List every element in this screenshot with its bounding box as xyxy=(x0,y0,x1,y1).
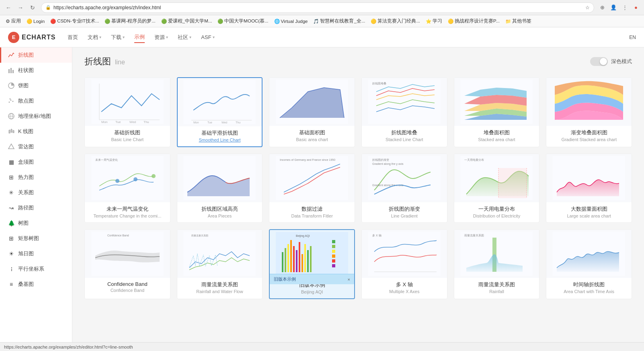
chart-card-smooth-line[interactable]: Mon Tue Wed Thu 基础平滑折线图 Smoothed Line Ch… xyxy=(177,77,263,147)
dark-mode-switch[interactable] xyxy=(590,57,608,66)
bookmark-vj[interactable]: 🌐 Virtual Judge xyxy=(272,17,310,25)
nav-docs[interactable]: 文档 ▾ xyxy=(88,32,101,43)
chart-cn-rainfall-flow: 雨量流量关系图 xyxy=(181,281,258,288)
nav-download[interactable]: 下载 ▾ xyxy=(111,32,125,43)
sidebar-item-boxplot[interactable]: ▦ 盒须图 xyxy=(0,154,72,170)
bookmark-algo[interactable]: 🟡 算法竞赛入门经典... xyxy=(368,17,422,25)
chart-card-gradient-area[interactable]: 渐变堆叠面积图 Gradient Stacked area chart xyxy=(546,77,632,147)
sidebar-item-geo[interactable]: 地理坐标/地图 xyxy=(0,109,72,124)
star-icon[interactable]: ☆ xyxy=(585,5,590,10)
chart-card-rainfall-flow[interactable]: 雨量流量关系图 雨量流量关系图 Rainfall and Water Flow xyxy=(177,229,263,299)
dark-mode-label: 深色模式 xyxy=(611,58,632,65)
bookmark-apps[interactable]: ⚙ 应用 xyxy=(3,17,23,25)
popup-close-btn[interactable]: × xyxy=(348,277,350,282)
chart-card-electricity[interactable]: 一天用电量分布 xyxy=(454,154,540,223)
chart-grid-row1: Mon Tue Wed Thu 基础折线图 Basic Line Chart xyxy=(84,77,632,147)
extensions-button[interactable]: ⊕ xyxy=(597,3,607,12)
svg-rect-73 xyxy=(332,255,335,258)
svg-rect-25 xyxy=(183,80,256,124)
svg-text:Thu: Thu xyxy=(236,121,240,124)
close-tab-button[interactable]: ● xyxy=(631,3,641,12)
chart-card-area-pieces[interactable]: 折线图区域高亮 Area Pieces xyxy=(177,154,263,223)
sidebar-item-pie[interactable]: 饼图 xyxy=(0,78,72,93)
nav-buttons[interactable]: ← → ↻ xyxy=(3,2,38,13)
profile-button[interactable]: 👤 xyxy=(609,3,618,12)
chart-cn-line-gradient: 折线图的渐变 xyxy=(366,205,443,213)
bookmark-mooc2[interactable]: 🟢 中国大学MOOC(慕... xyxy=(215,17,271,25)
chart-en-gradient-area: Gradient Stacked area chart xyxy=(550,137,628,142)
sidebar-item-kline[interactable]: K 线图 xyxy=(0,124,72,139)
bookmark-mooc1[interactable]: 🟢 慕课网-程序员的梦... xyxy=(102,17,158,25)
bookmark-mooc1-label: 慕课网-程序员的梦... xyxy=(111,18,155,24)
chart-card-multi-x[interactable]: 多 X 轴 多 X 轴 Multiple X Axes xyxy=(361,229,447,299)
lang-toggle[interactable]: EN xyxy=(629,35,636,40)
scatter-icon xyxy=(8,97,15,105)
chart-card-confidence[interactable]: Confidence Band Confidence Band Confiden… xyxy=(84,229,170,299)
chart-card-rainfall2[interactable]: 雨量流量关系图 雨量流量关系图 xyxy=(454,229,540,299)
sidebar-item-sankey[interactable]: ≡ 桑基图 xyxy=(0,277,72,292)
bookmark-csdn[interactable]: 🔴 CSDN-专业IT技术... xyxy=(48,17,101,25)
sidebar-item-treemap[interactable]: ⊞ 矩形树图 xyxy=(0,231,72,246)
chart-card-area[interactable]: 基础面积图 Basic area chart xyxy=(269,77,355,147)
browser-actions[interactable]: ⊕ 👤 ⋮ ● xyxy=(597,3,641,12)
chart-card-beijing-aqi[interactable]: Beijing AQI xyxy=(269,229,355,299)
bookmark-study[interactable]: ⭐ 学习 xyxy=(423,17,445,25)
zhihushu-icon: 🎵 xyxy=(313,18,319,24)
nav-resources[interactable]: 资源 ▾ xyxy=(154,32,168,43)
chart-card-line-gradient[interactable]: 折线图的渐变 Gradient along the y axis Gradien… xyxy=(361,154,447,223)
svg-rect-65 xyxy=(299,242,300,272)
chart-card-time-axis[interactable]: 时间轴折线图 Area Chart with Time Axis xyxy=(546,229,632,299)
sidebar-item-sunburst[interactable]: ☀ 旭日图 xyxy=(0,246,72,261)
algo-icon: 🟡 xyxy=(371,18,376,24)
old-version-popup[interactable]: 旧版本示例 × xyxy=(270,274,354,284)
bookmark-aikecheng[interactable]: 🟢 爱课程_中国大学M... xyxy=(159,17,215,25)
sidebar-item-lines[interactable]: ↝ 路径图 xyxy=(0,200,72,216)
svg-point-39 xyxy=(152,174,156,178)
chart-card-data-filter[interactable]: Incomes of Germany and France since 1950… xyxy=(269,154,355,223)
nav-resources-arrow: ▾ xyxy=(166,35,168,39)
dark-mode-toggle[interactable]: 深色模式 xyxy=(590,57,632,66)
chart-en-smooth-line: Smoothed Line Chart xyxy=(182,138,258,142)
logo-area[interactable]: E ECHARTS xyxy=(8,32,55,43)
toggle-knob xyxy=(600,58,607,65)
address-bar[interactable]: 🔒 https://echarts.apache.org/examples/zh… xyxy=(41,2,594,13)
sidebar-parallel-label: 平行坐标系 xyxy=(18,265,44,273)
back-button[interactable]: ← xyxy=(3,2,14,13)
chart-card-stacked-line[interactable]: 折线图堆叠 折线图堆叠 Stacked Line Chart xyxy=(361,77,447,147)
bookmark-challenge[interactable]: 🟡 挑战程序设计竞赛P... xyxy=(445,17,502,25)
bookmark-login[interactable]: 🟡 Login xyxy=(24,17,47,25)
refresh-button[interactable]: ↻ xyxy=(27,2,38,13)
sidebar-item-radar[interactable]: 雷达图 xyxy=(0,139,72,154)
forward-button[interactable]: → xyxy=(15,2,26,13)
svg-rect-0 xyxy=(8,69,10,73)
sidebar-item-line[interactable]: 折线图 xyxy=(0,47,72,63)
sidebar-item-scatter[interactable]: 散点图 xyxy=(0,93,72,109)
page-title-area: 折线图 line xyxy=(84,55,125,68)
bookmark-zhihushu[interactable]: 🎵 智慧树在线教育_全... xyxy=(311,17,367,25)
chart-info-confidence: Confidence Band Confidence Band xyxy=(85,278,170,297)
sidebar-item-bar[interactable]: 柱状图 xyxy=(0,63,72,78)
chart-en-area-pieces: Area Pieces xyxy=(181,213,258,218)
chart-card-large-area[interactable]: 大数据量面积图 Large scale area chart xyxy=(546,154,632,223)
menu-button[interactable]: ⋮ xyxy=(620,3,630,12)
svg-rect-2 xyxy=(12,70,14,73)
sidebar-item-tree[interactable]: 🌲 树图 xyxy=(0,216,72,231)
chart-card-temp[interactable]: 未来一周气温变化 未来一周气温变化 Temperature Change in … xyxy=(84,154,170,223)
bookmark-others[interactable]: 📁 其他书签 xyxy=(503,17,534,25)
sidebar-scatter-label: 散点图 xyxy=(18,97,34,105)
nav-examples[interactable]: 示例 xyxy=(134,32,145,43)
chart-en-line-gradient: Line Gradient xyxy=(366,213,443,218)
nav-home[interactable]: 首页 xyxy=(68,32,78,43)
chart-card-basic-line[interactable]: Mon Tue Wed Thu 基础折线图 Basic Line Chart xyxy=(84,77,170,147)
nav-asf[interactable]: ASF ▾ xyxy=(201,33,214,42)
sidebar-sankey-label: 桑基图 xyxy=(18,281,34,288)
sidebar-item-graph[interactable]: ✳ 关系图 xyxy=(0,185,72,200)
vj-icon: 🌐 xyxy=(274,18,280,24)
svg-rect-68 xyxy=(307,250,309,272)
sidebar-item-heatmap[interactable]: ⊞ 热力图 xyxy=(0,170,72,185)
chart-card-stacked-area[interactable]: 堆叠面积图 Stacked area chart xyxy=(454,77,540,147)
chart-info-temp: 未来一周气温变化 Temperature Change in the comi.… xyxy=(85,202,170,222)
nav-community[interactable]: 社区 ▾ xyxy=(178,32,191,43)
chart-thumbnail-temp: 未来一周气温变化 xyxy=(85,154,170,202)
sidebar-item-parallel[interactable]: ⫶ 平行坐标系 xyxy=(0,261,72,277)
